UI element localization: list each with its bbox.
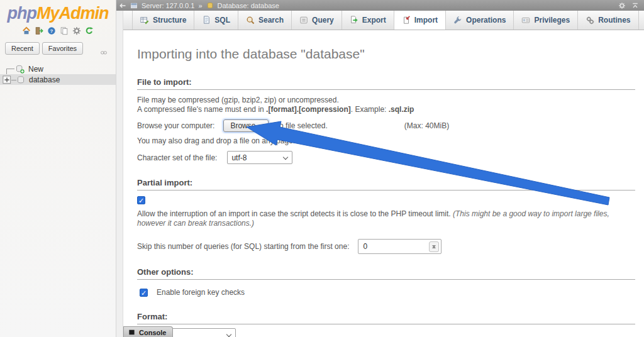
tree-connector: [6, 69, 14, 74]
favorites-button[interactable]: Favorites: [42, 42, 83, 55]
breadcrumb-database[interactable]: Database: database: [218, 2, 279, 9]
charset-value: utf-8: [231, 153, 247, 162]
docs-icon[interactable]: [60, 26, 69, 35]
expand-icon[interactable]: [3, 75, 11, 84]
tab-label: Search: [258, 16, 284, 25]
section-heading-format: Format:: [137, 312, 635, 324]
routines-icon: [586, 16, 594, 25]
tab-label: Structure: [153, 16, 186, 25]
breadcrumb-bar: Server: 127.0.0.1 » Database: database: [116, 0, 644, 11]
tab-sql[interactable]: SQL: [194, 11, 238, 30]
tab-label: Privileges: [534, 16, 570, 25]
skip-queries-value: 0: [363, 242, 367, 251]
compression-info-line2: A compressed file's name must end in .[f…: [137, 105, 635, 114]
logout-icon[interactable]: [35, 26, 43, 35]
privileges-icon: [521, 16, 530, 25]
tab-label: SQL: [214, 16, 230, 25]
tree-item-label: New: [28, 65, 43, 74]
breadcrumb-server[interactable]: Server: 127.0.0.1: [142, 2, 194, 9]
database-icon: [206, 2, 214, 9]
tab-search[interactable]: Search: [238, 11, 292, 30]
topbar-actions: [618, 2, 639, 9]
skip-queries-label: Skip this number of queries (for SQL) st…: [137, 242, 349, 251]
section-heading-partial-import: Partial import:: [137, 179, 635, 191]
tree-connector: [11, 80, 16, 80]
browse-button[interactable]: Browse...: [223, 119, 269, 132]
line2-mid: . Example:: [351, 105, 389, 114]
tab-label: Routines: [598, 16, 630, 25]
sql-icon: [202, 16, 211, 25]
charset-label: Character set of the file:: [137, 153, 217, 162]
charset-select[interactable]: utf-8: [227, 151, 292, 164]
chevron-down-icon: [283, 155, 288, 160]
settings-icon[interactable]: [72, 26, 81, 35]
dragdrop-hint: You may also drag and drop a file on any…: [137, 136, 635, 145]
tree-item-label: database: [29, 75, 60, 84]
tab-label: Import: [414, 16, 438, 25]
link-icon[interactable]: [99, 50, 108, 56]
back-arrow-icon[interactable]: [119, 2, 126, 9]
line2-pre: A compressed file's name must end in: [137, 105, 266, 114]
partial-import-description: Allow the interruption of an import in c…: [137, 209, 635, 228]
tab-export[interactable]: Export: [342, 11, 394, 30]
chevron-down-icon: [226, 332, 231, 337]
refresh-icon[interactable]: [85, 26, 94, 35]
tree-item-database[interactable]: database: [0, 74, 116, 85]
tab-privileges[interactable]: Privileges: [514, 11, 578, 30]
tab-label: Operations: [466, 16, 506, 25]
line2-example: .sql.zip: [389, 105, 414, 114]
tab-bar: StructureSQLSearchQueryExportImportOpera…: [123, 11, 644, 30]
charset-row: Character set of the file: utf-8: [137, 151, 635, 164]
info-icon[interactable]: ?: [47, 26, 56, 35]
console-label: Console: [139, 329, 166, 336]
sidebar-toolbar: ?: [0, 26, 116, 35]
query-icon: [299, 16, 308, 25]
number-spinner[interactable]: [429, 241, 439, 252]
tab-operations[interactable]: Operations: [446, 11, 514, 30]
export-icon: [350, 16, 358, 25]
db-icon: [16, 75, 25, 84]
db-new-icon: [16, 65, 25, 74]
page-settings-icon[interactable]: [618, 2, 626, 9]
foreign-key-label: Enable foreign key checks: [157, 288, 245, 297]
console-button[interactable]: Console: [123, 326, 173, 337]
browse-row: Browse your computer: Browse... No file …: [137, 119, 635, 132]
tab-label: Query: [312, 16, 334, 25]
compression-info-line1: File may be compressed (gzip, bzip2, zip…: [137, 96, 635, 104]
no-file-selected-text: No file selected.: [274, 121, 327, 130]
tab-events[interactable]: Events: [639, 11, 644, 30]
foreign-key-checkbox[interactable]: ✓: [140, 289, 148, 297]
page-title: Importing into the database "database": [137, 47, 635, 62]
tab-query[interactable]: Query: [292, 11, 342, 30]
line2-format: .[format].[compression]: [266, 105, 351, 114]
tree-item-new[interactable]: New: [0, 64, 116, 74]
partial-import-checkbox-row: ✓: [137, 196, 635, 205]
foreign-key-row: ✓ Enable foreign key checks: [140, 288, 635, 297]
section-heading-file-to-import: File to import:: [137, 78, 635, 90]
tab-label: Export: [362, 16, 386, 25]
skip-queries-row: Skip this number of queries (for SQL) st…: [137, 239, 635, 254]
console-icon: [128, 329, 135, 336]
phpmyadmin-window: phpMyAdmin ? Recent Favorites Newdatabas…: [0, 0, 644, 337]
allow-text: Allow the interruption of an import in c…: [137, 209, 453, 218]
skip-queries-input[interactable]: 0: [358, 239, 441, 254]
panel-divider[interactable]: [116, 11, 123, 337]
search-icon: [246, 16, 255, 25]
recent-button[interactable]: Recent: [5, 42, 40, 55]
main-content: Importing into the database "database" F…: [123, 30, 644, 337]
home-icon[interactable]: [22, 26, 31, 35]
svg-text:?: ?: [50, 28, 53, 34]
section-heading-other-options: Other options:: [137, 268, 635, 280]
tab-routines[interactable]: Routines: [578, 11, 638, 30]
database-tree: Newdatabase: [0, 64, 116, 85]
operations-icon: [453, 16, 462, 25]
logo-php: php: [8, 4, 36, 23]
tab-import[interactable]: Import: [394, 11, 446, 30]
breadcrumb-separator: »: [198, 2, 202, 9]
structure-icon: [140, 16, 149, 25]
partial-import-checkbox[interactable]: ✓: [137, 196, 145, 204]
logo-myadmin: MyAdmin: [36, 4, 109, 23]
collapse-icon[interactable]: [631, 2, 639, 9]
phpmyadmin-logo[interactable]: phpMyAdmin: [0, 4, 116, 23]
tab-structure[interactable]: Structure: [132, 11, 194, 30]
